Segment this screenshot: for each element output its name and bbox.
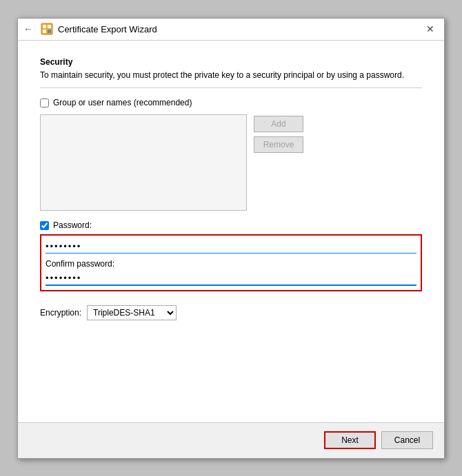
wizard-icon xyxy=(40,22,54,36)
group-area: Add Remove xyxy=(40,114,422,211)
password-input[interactable] xyxy=(46,240,416,253)
confirm-password-label: Confirm password: xyxy=(46,259,416,269)
group-checkbox[interactable] xyxy=(40,99,49,107)
svg-rect-1 xyxy=(43,25,46,28)
password-checkbox-label: Password: xyxy=(53,220,92,230)
encryption-select[interactable]: TripleDES-SHA1 AES256-SHA256 xyxy=(87,305,177,320)
group-checkbox-label: Group or user names (recommended) xyxy=(53,98,192,107)
main-content: Security To maintain security, you must … xyxy=(18,41,444,422)
back-arrow-icon[interactable]: ← xyxy=(23,23,33,34)
side-buttons: Add Remove xyxy=(254,114,303,211)
title-bar-left: ← Certificate Export Wizard xyxy=(23,22,157,36)
section-divider xyxy=(40,87,422,88)
next-button[interactable]: Next xyxy=(324,431,376,449)
add-button[interactable]: Add xyxy=(254,116,303,132)
group-checkbox-row: Group or user names (recommended) xyxy=(40,98,422,107)
password-box: Confirm password: xyxy=(40,234,422,291)
close-button[interactable]: ✕ xyxy=(422,23,439,35)
title-bar: ← Certificate Export Wizard ✕ xyxy=(18,19,444,41)
encryption-row: Encryption: TripleDES-SHA1 AES256-SHA256 xyxy=(40,305,422,320)
confirm-password-input[interactable] xyxy=(46,271,416,286)
remove-button[interactable]: Remove xyxy=(254,136,303,153)
password-checkbox[interactable] xyxy=(40,221,49,230)
svg-rect-4 xyxy=(48,30,51,33)
section-title: Security xyxy=(40,57,422,67)
password-checkbox-row: Password: xyxy=(40,220,422,230)
dialog-title: Certificate Export Wizard xyxy=(58,24,157,34)
section-description: To maintain security, you must protect t… xyxy=(40,70,422,81)
encryption-label: Encryption: xyxy=(40,308,81,318)
svg-rect-3 xyxy=(48,25,51,28)
certificate-export-wizard-dialog: ← Certificate Export Wizard ✕ Security T… xyxy=(17,18,445,459)
group-listbox[interactable] xyxy=(40,114,247,211)
svg-rect-2 xyxy=(43,30,46,33)
password-section: Password: Confirm password: xyxy=(40,220,422,291)
cancel-button[interactable]: Cancel xyxy=(381,431,433,449)
footer: Next Cancel xyxy=(18,422,444,458)
